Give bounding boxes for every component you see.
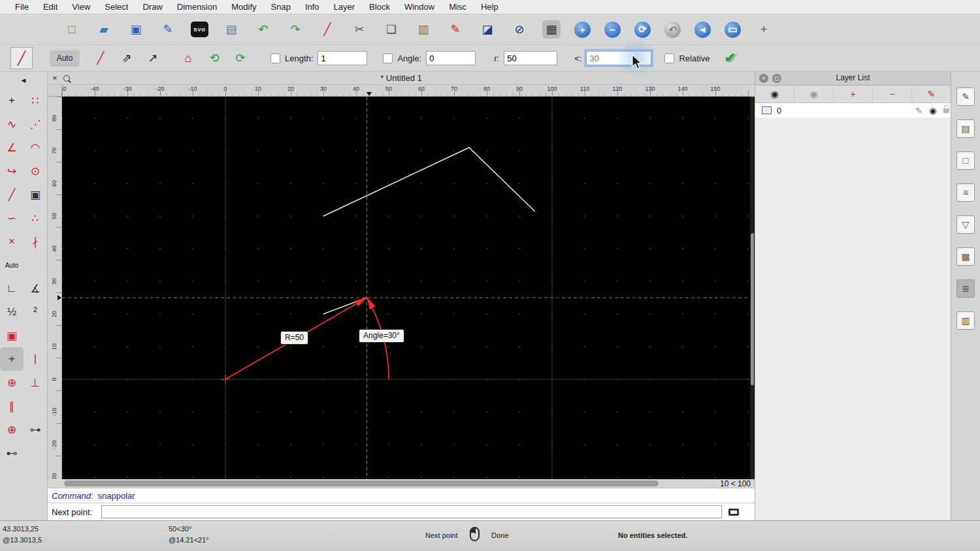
vertical-scrollbar-thumb[interactable] (751, 233, 754, 385)
current-tool-line-button[interactable]: ╱ (10, 47, 33, 69)
point-grid-icon[interactable]: ∷ (24, 89, 47, 112)
endpoint-snap-icon[interactable]: | (24, 347, 47, 371)
menu-item-snap[interactable]: Snap (264, 2, 298, 12)
arc-tangent-icon[interactable]: ↪ (0, 159, 24, 183)
lock-relative-zero-icon[interactable]: ⊶ (24, 418, 47, 441)
freehand-icon[interactable]: ∽ (0, 206, 24, 230)
undo-icon[interactable]: ↶ (254, 20, 272, 39)
sidebar-collapse-button[interactable]: ◀ (0, 72, 47, 89)
spline-tool-icon[interactable]: ∿ (0, 112, 24, 136)
grid-dock-icon[interactable]: ▦ (956, 247, 975, 266)
select-window-icon[interactable]: ◪ (478, 20, 497, 39)
crossing-lines-icon[interactable]: × (0, 230, 24, 253)
modify-layer-icon[interactable]: ✎ (912, 86, 951, 102)
clipboard-dock-icon[interactable]: ▥ (956, 311, 975, 330)
snap-coordinate-icon[interactable]: ⊕ (0, 418, 24, 441)
set-relative-zero-icon[interactable]: ⊷ (0, 441, 24, 465)
layer-lock-icon[interactable] (943, 108, 949, 113)
tangent-line-icon[interactable]: ╱ (0, 183, 24, 206)
layer-edit-icon[interactable]: ✎ (915, 106, 923, 116)
pan-icon[interactable]: + (755, 20, 773, 39)
show-all-layers-icon[interactable]: ◉ (755, 86, 794, 102)
menu-item-select[interactable]: Select (97, 2, 135, 12)
horizontal-scrollbar-thumb[interactable] (64, 480, 659, 486)
menu-item-help[interactable]: Help (474, 2, 506, 12)
auto-snap-button[interactable]: Auto (0, 253, 24, 277)
vertical-scrollbar[interactable] (750, 97, 755, 479)
drawing-canvas[interactable]: R=50 Angle=30° (62, 97, 750, 479)
polyline-icon[interactable]: ⌂ (180, 50, 196, 66)
menu-item-dimension[interactable]: Dimension (170, 2, 224, 12)
close-panel-icon[interactable]: × (759, 74, 768, 83)
menu-item-layer[interactable]: Layer (327, 2, 363, 12)
command-history-dock-icon[interactable]: ≣ (956, 279, 975, 298)
angle-snap-icon[interactable]: ∡ (24, 277, 47, 300)
line-direction-icon[interactable]: ↗ (145, 50, 161, 66)
two-point-line-icon[interactable]: ∴ (24, 206, 47, 230)
distance-snap-icon[interactable]: ² (24, 300, 47, 324)
menu-item-view[interactable]: View (65, 2, 97, 12)
print-dock-icon[interactable]: ▤ (956, 119, 975, 138)
save-as-icon[interactable]: ✎ (159, 20, 177, 39)
command-input[interactable] (101, 505, 722, 518)
menu-item-window[interactable]: Window (397, 2, 442, 12)
tab-close-icon[interactable]: × (52, 73, 57, 84)
length-checkbox[interactable] (270, 54, 280, 63)
new-document-icon[interactable]: □ (63, 20, 81, 39)
axis-snap-icon[interactable]: ∟ (0, 277, 24, 300)
grid-toggle-icon[interactable]: ▦ (542, 20, 561, 39)
finish-check-icon[interactable]: ✔ (724, 50, 736, 66)
rectangle-tool-icon[interactable]: ▣ (24, 183, 47, 206)
menu-item-misc[interactable]: Misc (442, 2, 474, 12)
remove-layer-icon[interactable]: − (873, 86, 912, 102)
menu-item-edit[interactable]: Edit (36, 2, 65, 12)
line-both-directions-icon[interactable]: ⇗ (119, 50, 135, 66)
parallel-lines-icon[interactable]: ∥ (0, 394, 24, 418)
angle-input[interactable] (426, 51, 476, 65)
paste-icon[interactable]: ▥ (414, 20, 433, 39)
list-dock-icon[interactable]: ≡ (956, 183, 975, 202)
divide-line-icon[interactable]: ∤ (24, 230, 47, 253)
copy-icon[interactable]: ❏ (382, 20, 400, 39)
svg-export-icon[interactable]: SVG (191, 22, 208, 37)
save-icon[interactable]: ▣ (127, 20, 145, 39)
line-free-icon[interactable]: ╱ (93, 50, 108, 66)
menu-item-draw[interactable]: Draw (135, 2, 169, 12)
menu-item-info[interactable]: Info (298, 2, 327, 12)
center-snap-icon[interactable]: ▣ (0, 324, 24, 347)
hide-all-layers-icon[interactable]: ◉ (794, 86, 834, 102)
circle-tool-icon[interactable]: ⊙ (24, 159, 47, 183)
cut-icon[interactable]: ✂ (350, 20, 368, 39)
line-angle-icon[interactable]: ∠ (0, 136, 24, 159)
point-tool-icon[interactable]: + (0, 89, 24, 112)
length-input[interactable] (318, 51, 367, 65)
menu-item-file[interactable]: File (8, 2, 36, 12)
filter-dock-icon[interactable]: ▽ (956, 215, 975, 234)
zoom-out-icon[interactable]: − (604, 22, 621, 38)
horizontal-scrollbar[interactable]: 10 < 100 (48, 479, 755, 488)
angle-checkbox[interactable] (383, 54, 393, 63)
open-folder-icon[interactable]: ▰ (95, 20, 113, 39)
print-preview-icon[interactable]: ▤ (222, 20, 240, 39)
menu-item-block[interactable]: Block (362, 2, 397, 12)
menu-item-modify[interactable]: Modify (224, 2, 263, 12)
page-dock-icon[interactable]: □ (956, 151, 975, 170)
zoom-auto-icon[interactable]: ⟳ (634, 22, 651, 38)
undo-segment-icon[interactable]: ⟲ (206, 50, 222, 66)
middle-snap-icon[interactable]: ½ (0, 300, 24, 324)
layer-visibility-icon[interactable]: ◉ (929, 106, 936, 116)
polar-angle-input[interactable] (586, 51, 651, 65)
pen-icon[interactable]: ✎ (446, 20, 465, 39)
on-entity-snap-icon[interactable]: ⊥ (24, 371, 47, 394)
arc-tool-icon[interactable]: ◠ (24, 136, 47, 159)
layer-row[interactable]: 0 ✎ ◉ (755, 103, 951, 118)
relative-checkbox[interactable] (664, 54, 674, 63)
tab-magnifier-icon[interactable] (63, 75, 70, 82)
line-mode-auto-button[interactable]: Auto (50, 50, 80, 67)
zoom-in-icon[interactable]: + (574, 22, 591, 38)
intersection-snap-icon[interactable]: ⊕ (0, 371, 24, 394)
zoom-redraw-icon[interactable]: ◂ (694, 22, 711, 38)
polyline-nodes-icon[interactable]: ⋰ (24, 112, 47, 136)
redo-icon[interactable]: ↷ (286, 20, 304, 39)
radius-input[interactable] (504, 51, 557, 65)
